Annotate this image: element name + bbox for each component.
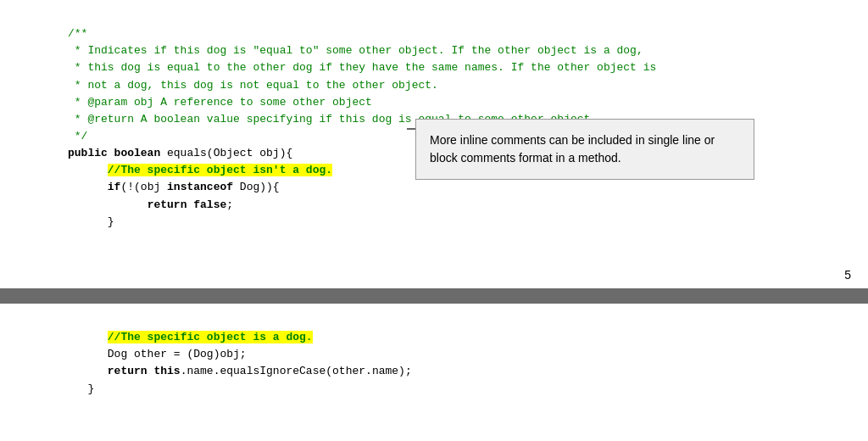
return-line: return this.name.equalsIgnoreCase(other.… [68,365,412,377]
comment-line1: * Indicates if this dog is "equal to" so… [68,44,643,57]
return-false: return false; [68,198,233,211]
method-signature: public boolean equals(Object obj){ [68,147,292,159]
slide-container: /** * Indicates if this dog is "equal to… [0,0,868,441]
page-number: 5 [844,268,851,282]
comment-close: */ [68,130,87,142]
slide-bottom: //The specific object is a dog. Dog othe… [0,304,868,441]
comment-line2: * this dog is equal to the other dog if … [68,61,656,74]
highlight-comment-2: //The specific object is a dog. [108,331,313,343]
code-block-bottom: //The specific object is a dog. Dog othe… [68,312,800,415]
slide-top: /** * Indicates if this dog is "equal to… [0,0,868,288]
inner-closing: } [68,215,114,228]
highlight-comment-1: //The specific object isn't a dog. [108,164,332,176]
comment-line4: * @param obj A reference to some other o… [68,96,372,109]
callout-text: More inline comments can be included in … [430,133,715,165]
callout-box: More inline comments can be included in … [415,119,754,180]
comment-line3: * not a dog, this dog is not equal to th… [68,79,438,92]
dog-other-line: Dog other = (Dog)obj; [68,348,247,360]
outer-closing-brace: } [68,382,94,395]
divider-bar [0,288,868,304]
if-line: if(!(obj instanceof Dog)){ [68,181,280,193]
comment-open: /** [68,27,87,40]
